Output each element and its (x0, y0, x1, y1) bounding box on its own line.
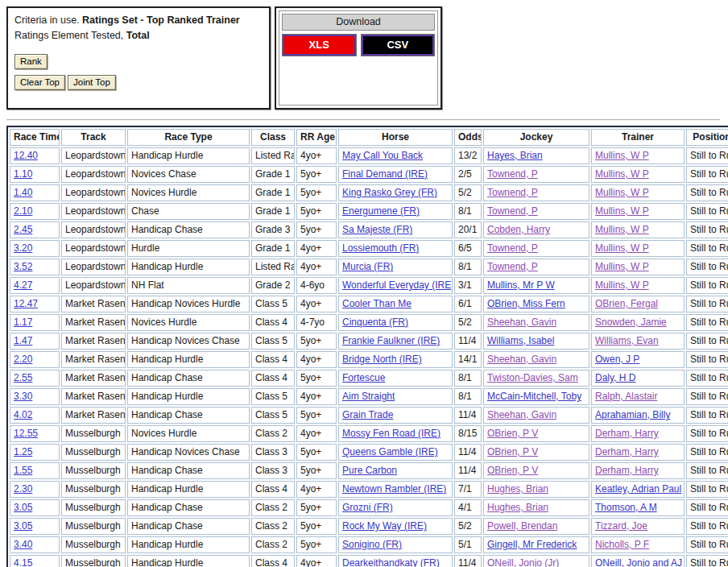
trainer-link[interactable]: Snowden, Jamie (595, 317, 667, 328)
jockey-link[interactable]: Sheehan, Gavin (487, 409, 556, 420)
race-time-link[interactable]: 12.40 (14, 150, 38, 161)
trainer-link[interactable]: Mullins, W P (595, 205, 649, 217)
horse-link[interactable]: Cinquenta (FR) (342, 317, 408, 328)
race-time-link[interactable]: 3.20 (14, 242, 32, 254)
race-time-link[interactable]: 1.25 (14, 446, 32, 457)
jockey-link[interactable]: Twiston-Davies, Sam (487, 372, 578, 383)
horse-link[interactable]: Wonderful Everyday (IRE) (342, 279, 453, 291)
jockey-link[interactable]: Cobden, Harry (487, 224, 550, 235)
horse-link[interactable]: Pure Carbon (342, 465, 397, 476)
trainer-link[interactable]: Daly, H D (595, 372, 635, 383)
trainer-link[interactable]: Derham, Harry (595, 465, 659, 476)
jockey-link[interactable]: ONeill, Jonjo (Jr) (487, 557, 559, 567)
race-time-link[interactable]: 12.55 (14, 428, 38, 439)
trainer-link[interactable]: Owen, J P (595, 354, 639, 365)
joint-top-button[interactable]: Joint Top (68, 75, 116, 90)
trainer-link[interactable]: Aprahamian, Billy (595, 409, 670, 420)
horse-link[interactable]: Energumene (FR) (342, 205, 420, 217)
race-time-link[interactable]: 3.05 (14, 502, 32, 513)
trainer-link[interactable]: Mullins, W P (595, 187, 649, 198)
trainer-link-cell: Mullins, W P (591, 277, 685, 294)
horse-link[interactable]: Aim Straight (342, 391, 395, 402)
race-time-link[interactable]: 2.45 (14, 224, 32, 235)
jockey-link[interactable]: Gingell, Mr Frederick (487, 539, 577, 550)
jockey-link[interactable]: Townend, P (487, 205, 538, 217)
horse-link[interactable]: May Call You Back (342, 150, 423, 161)
trainer-link[interactable]: Mullins, W P (595, 279, 649, 291)
jockey-link[interactable]: Williams, Isabel (487, 335, 554, 346)
horse-link[interactable]: Grain Trade (342, 409, 393, 420)
race-time-link[interactable]: 4.27 (14, 279, 32, 291)
jockey-link[interactable]: OBrien, P V (487, 428, 538, 439)
race-time-link[interactable]: 2.30 (14, 483, 32, 495)
horse-link[interactable]: Sonigino (FR) (342, 539, 402, 550)
race-time-link[interactable]: 2.20 (14, 354, 32, 365)
clear-top-button[interactable]: Clear Top (14, 75, 65, 90)
jockey-link[interactable]: Hughes, Brian (487, 483, 548, 495)
jockey-link[interactable]: McCain-Mitchell, Toby (487, 391, 581, 402)
jockey-link[interactable]: Townend, P (487, 261, 538, 272)
trainer-link[interactable]: Mullins, W P (595, 242, 649, 254)
jockey-link[interactable]: OBrien, Miss Fern (487, 298, 565, 309)
race-time-link[interactable]: 3.52 (14, 261, 32, 272)
race-time-link[interactable]: 1.10 (14, 168, 32, 180)
trainer-link[interactable]: Mullins, W P (595, 168, 649, 180)
horse-link[interactable]: Queens Gamble (IRE) (342, 446, 438, 457)
horse-link[interactable]: Mossy Fen Road (IRE) (342, 428, 441, 439)
jockey-link[interactable]: Townend, P (487, 242, 538, 254)
jockey-link[interactable]: OBrien, P V (487, 465, 538, 476)
horse-link[interactable]: King Rasko Grey (FR) (342, 187, 437, 198)
horse-link[interactable]: Final Demand (IRE) (342, 168, 428, 180)
horse-link[interactable]: Cooler Than Me (342, 298, 412, 309)
download-xls-button[interactable]: XLS (283, 35, 356, 56)
race-time-link[interactable]: 12.47 (14, 298, 38, 309)
jockey-link[interactable]: Sheehan, Gavin (487, 317, 556, 328)
trainer-link[interactable]: Nicholls, P F (595, 539, 649, 550)
trainer-link[interactable]: OBrien, Fergal (595, 298, 658, 309)
race-time-link[interactable]: 1.17 (14, 317, 32, 328)
jockey-link[interactable]: Hayes, Brian (487, 150, 543, 161)
horse-link[interactable]: Rock My Way (IRE) (342, 520, 427, 532)
race-time-link[interactable]: 3.30 (14, 391, 32, 402)
horse-link[interactable]: Newtown Rambler (IRE) (342, 483, 446, 495)
jockey-link[interactable]: Powell, Brendan (487, 520, 557, 532)
trainer-link[interactable]: Derham, Harry (595, 428, 659, 439)
race-time-link[interactable]: 3.40 (14, 539, 32, 550)
trainer-link[interactable]: Derham, Harry (595, 446, 659, 457)
download-csv-button[interactable]: CSV (362, 35, 435, 56)
jockey-link[interactable]: Sheehan, Gavin (487, 354, 556, 365)
trainer-link[interactable]: Thomson, A M (595, 502, 657, 513)
race-time-link[interactable]: 2.55 (14, 372, 32, 383)
position-cell: Still to Run (686, 536, 728, 553)
jockey-link[interactable]: Hughes, Brian (487, 502, 548, 513)
horse-link[interactable]: Sa Majeste (FR) (342, 224, 412, 235)
horse-link[interactable]: Frankie Faulkner (IRE) (342, 335, 440, 346)
trainer-link[interactable]: Mullins, W P (595, 150, 649, 161)
trainer-link[interactable]: Mullins, W P (595, 261, 649, 272)
trainer-link[interactable]: ONeill, Jonjo and AJ (595, 557, 682, 567)
trainer-link[interactable]: Ralph, Alastair (595, 391, 657, 402)
horse-link[interactable]: Bridge North (IRE) (342, 354, 422, 365)
rank-button[interactable]: Rank (14, 54, 48, 69)
jockey-link-cell: Gingell, Mr Frederick (483, 536, 589, 553)
jockey-link[interactable]: OBrien, P V (487, 446, 538, 457)
jockey-link[interactable]: Townend, P (487, 168, 538, 180)
jockey-link[interactable]: Mullins, Mr P W (487, 279, 555, 291)
race-time-link[interactable]: 3.05 (14, 520, 32, 532)
race-time-link[interactable]: 2.10 (14, 205, 32, 217)
race-time-link[interactable]: 1.40 (14, 187, 32, 198)
trainer-link[interactable]: Keatley, Adrian Paul (595, 483, 681, 495)
horse-link[interactable]: Murcia (FR) (342, 261, 393, 272)
trainer-link[interactable]: Tizzard, Joe (595, 520, 647, 532)
jockey-link[interactable]: Townend, P (487, 187, 538, 198)
horse-link[interactable]: Dearkeithandkaty (FR) (342, 557, 440, 567)
horse-link[interactable]: Grozni (FR) (342, 502, 393, 513)
horse-link[interactable]: Lossiemouth (FR) (342, 242, 419, 254)
race-time-link[interactable]: 4.02 (14, 409, 32, 420)
horse-link[interactable]: Fortescue (342, 372, 385, 383)
race-time-link[interactable]: 1.47 (14, 335, 32, 346)
trainer-link[interactable]: Mullins, W P (595, 224, 649, 235)
race-time-link[interactable]: 1.55 (14, 465, 32, 476)
race-time-link[interactable]: 4.15 (14, 557, 32, 567)
trainer-link[interactable]: Williams, Evan (595, 335, 659, 346)
